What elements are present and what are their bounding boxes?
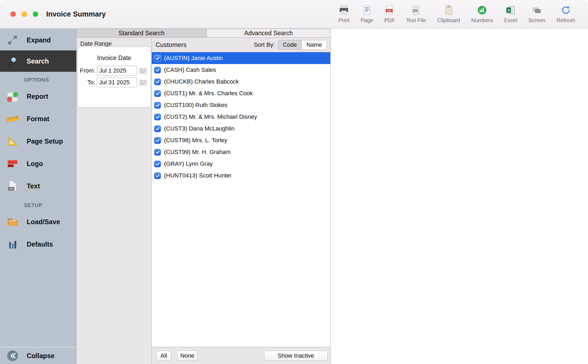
sidebar-item-label: Expand [27, 36, 51, 44]
customer-row[interactable]: (CUST98) Mrs. L. Torley [152, 134, 330, 146]
svg-text:TXT: TXT [413, 10, 417, 12]
sidebar-item-page-setup[interactable]: Page Setup [0, 130, 76, 152]
customer-label: (CHUCKB) Charles Babcock [164, 78, 239, 85]
customer-list-footer: All None Show Inactive [152, 347, 330, 364]
sidebar-item-load-save[interactable]: Load/Save [0, 211, 76, 233]
from-date-picker-icon[interactable] [139, 68, 147, 74]
app-window: Invoice Summary Print Page PDF PDF [0, 0, 588, 364]
toolbar-label: Print [339, 17, 349, 23]
toolbar-page-button[interactable]: Page [361, 5, 373, 23]
toolbar-clipboard-button[interactable]: Clipboard [437, 5, 460, 23]
from-date-input[interactable] [97, 66, 137, 76]
select-none-button[interactable]: None [177, 351, 197, 361]
printer-icon [339, 5, 349, 15]
customers-panel: Customers Sort By: Code Name [152, 38, 331, 364]
customer-checkbox[interactable] [154, 78, 161, 85]
customer-row[interactable]: (AUSTIN) Janie Austin [152, 52, 330, 64]
window-title: Invoice Summary [46, 10, 106, 18]
sidebar-item-collapse[interactable]: Collapse [0, 347, 76, 364]
toolbar-label: Numbers [471, 17, 493, 23]
text-file-icon: TXT [411, 5, 421, 15]
toolbar-screen-button[interactable]: Screen [529, 5, 545, 23]
customer-list: (AUSTIN) Janie Austin (CASH) Cash Sales [152, 52, 330, 347]
sidebar-item-label: Report [27, 93, 48, 100]
select-all-button[interactable]: All [156, 351, 171, 361]
ruler-icon [4, 113, 21, 125]
customer-checkbox[interactable] [154, 172, 161, 179]
customer-checkbox[interactable] [154, 137, 161, 144]
sort-segmented-control: Code Name [278, 40, 327, 50]
close-window-button[interactable] [10, 11, 16, 17]
sort-by-code-button[interactable]: Code [278, 40, 302, 49]
customer-row[interactable]: (CHUCKB) Charles Babcock [152, 76, 330, 88]
toolbar-label: Excel [504, 17, 517, 23]
sidebar-spacer [0, 255, 76, 347]
sort-by-label: Sort By: [254, 41, 275, 48]
sort-by-name-button[interactable]: Name [302, 40, 327, 49]
sidebar-item-logo[interactable]: Logo [0, 152, 76, 175]
customer-checkbox[interactable] [154, 55, 161, 62]
sidebar-item-format[interactable]: Format [0, 108, 76, 130]
toolbar-label: Refresh [557, 17, 575, 23]
from-date-row: From: [78, 66, 151, 76]
customer-checkbox[interactable] [154, 161, 161, 167]
customer-row[interactable]: (CUST1) Mr. & Mrs. Charles Cook [152, 88, 330, 99]
excel-icon: X [506, 5, 515, 15]
sidebar-item-expand[interactable]: Expand [0, 30, 76, 50]
sidebar-item-label: Load/Save [27, 218, 60, 226]
sidebar-item-text[interactable]: TXT Text [0, 175, 76, 197]
customer-checkbox[interactable] [154, 90, 161, 97]
window-controls [10, 11, 38, 17]
customer-checkbox[interactable] [154, 114, 161, 120]
sidebar-item-label: Search [27, 57, 49, 65]
toolbar-numbers-button[interactable]: Numbers [471, 5, 493, 23]
customer-checkbox[interactable] [154, 102, 161, 109]
customer-label: (CASH) Cash Sales [164, 66, 216, 73]
to-date-picker-icon[interactable] [139, 79, 147, 86]
customer-checkbox[interactable] [154, 67, 161, 73]
minimize-window-button[interactable] [22, 11, 27, 17]
show-inactive-button[interactable]: Show Inactive [264, 351, 328, 361]
customer-checkbox[interactable] [154, 125, 161, 132]
customer-row[interactable]: (CUST99) Mr. H. Graham [152, 146, 330, 158]
toolbar-print-button[interactable]: Print [339, 5, 349, 23]
refresh-icon [561, 5, 571, 15]
to-date-row: To: [78, 78, 151, 87]
customer-row[interactable]: (HUNT0413) Scott Hunter [152, 170, 330, 181]
customer-label: (HUNT0413) Scott Hunter [164, 172, 232, 179]
customer-row[interactable]: (CASH) Cash Sales [152, 64, 330, 76]
svg-text:TXT: TXT [9, 187, 14, 190]
tab-standard-search[interactable]: Standard Search [77, 29, 207, 38]
folder-icon [4, 216, 21, 228]
customer-label: (GRAY) Lynn Gray [164, 160, 213, 167]
customer-checkbox[interactable] [154, 149, 161, 156]
numbers-chart-icon [477, 5, 487, 15]
customer-label: (CUST100) Ruth Stokes [164, 102, 227, 109]
tab-advanced-search[interactable]: Advanced Search [207, 29, 331, 38]
customer-row[interactable]: (CUST2) Mr. & Mrs. Michael Disney [152, 111, 330, 123]
screen-icon [532, 5, 542, 15]
to-date-input[interactable] [97, 78, 137, 87]
clipboard-icon [444, 5, 454, 15]
toolbar-label: Text File [406, 17, 426, 23]
sidebar-item-label: Defaults [27, 240, 53, 248]
sidebar-item-search[interactable]: Search [0, 50, 76, 72]
sidebar-item-report[interactable]: Report [0, 85, 76, 108]
customers-header-row: Customers Sort By: Code Name [152, 38, 330, 52]
sidebar-section-options: OPTIONS [0, 76, 76, 84]
sidebar-item-defaults[interactable]: Defaults [0, 233, 76, 255]
zoom-window-button[interactable] [33, 11, 38, 17]
toolbar-label: Screen [529, 17, 545, 23]
export-toolbar: Print Page PDF PDF TXT Text File [339, 5, 575, 23]
customer-row[interactable]: (CUST3) Dana McLaughlin [152, 123, 330, 134]
collapse-icon [4, 350, 21, 362]
customer-row[interactable]: (CUST100) Ruth Stokes [152, 99, 330, 111]
to-label: To: [79, 79, 95, 86]
toolbar-label: Clipboard [437, 17, 460, 23]
toolbar-refresh-button[interactable]: Refresh [557, 5, 575, 23]
customer-label: (CUST98) Mrs. L. Torley [164, 137, 227, 144]
toolbar-excel-button[interactable]: X Excel [504, 5, 517, 23]
toolbar-pdf-button[interactable]: PDF PDF [384, 5, 395, 23]
customer-row[interactable]: (GRAY) Lynn Gray [152, 158, 330, 170]
toolbar-text-file-button[interactable]: TXT Text File [406, 5, 426, 23]
